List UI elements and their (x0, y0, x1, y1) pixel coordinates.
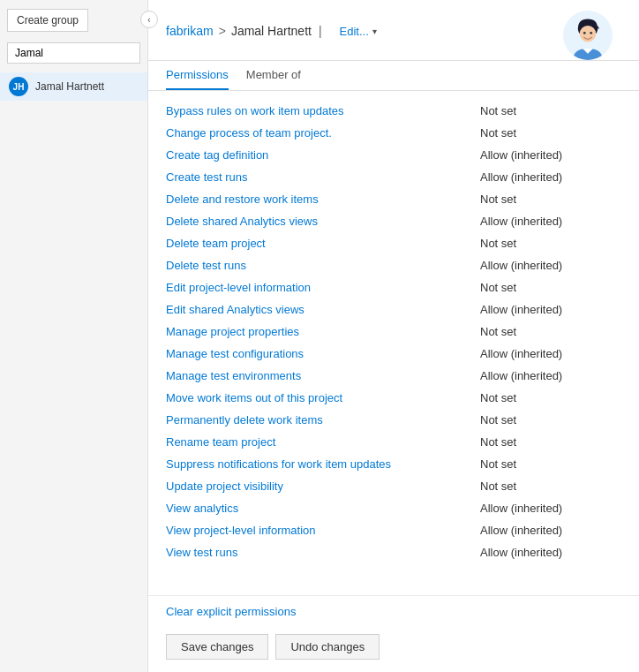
search-input[interactable] (7, 42, 140, 64)
permission-name[interactable]: Move work items out of this project (166, 391, 480, 404)
permission-name[interactable]: Manage project properties (166, 325, 480, 338)
permission-name[interactable]: View project-level information (166, 524, 480, 537)
permission-name[interactable]: Edit project-level information (166, 281, 480, 294)
footer: Clear explicit permissions Save changes … (148, 595, 639, 672)
breadcrumb-user: Jamal Hartnett (231, 24, 312, 38)
permissions-content: Bypass rules on work item updatesNot set… (148, 91, 639, 595)
tabs: Permissions Member of (148, 61, 639, 91)
permission-value: Not set (480, 104, 621, 117)
permission-value: Not set (480, 237, 621, 250)
permission-name[interactable]: Suppress notifications for work item upd… (166, 457, 480, 471)
permission-row: Suppress notifications for work item upd… (166, 453, 621, 475)
sidebar-item-jamal[interactable]: JH Jamal Hartnett (0, 72, 147, 101)
edit-dropdown-button[interactable]: Edit... ▾ (340, 25, 377, 38)
permission-value: Allow (inherited) (480, 369, 621, 382)
permission-name[interactable]: Rename team project (166, 435, 480, 449)
breadcrumb: fabrikam > Jamal Hartnett | Edit... ▾ (166, 24, 377, 47)
permission-value: Allow (inherited) (480, 303, 621, 316)
permission-row: View test runsAllow (inherited) (166, 541, 621, 563)
permission-row: Edit shared Analytics viewsAllow (inheri… (166, 298, 621, 321)
permission-value: Allow (inherited) (480, 524, 621, 537)
collapse-button[interactable]: ‹ (140, 11, 158, 28)
permission-value: Allow (inherited) (480, 347, 621, 360)
permission-row: Manage test environmentsAllow (inherited… (166, 365, 621, 387)
permission-name[interactable]: View test runs (166, 546, 480, 559)
chevron-down-icon: ▾ (372, 26, 377, 36)
permission-name[interactable]: Delete team project (166, 237, 480, 250)
permission-row: Manage test configurationsAllow (inherit… (166, 343, 621, 365)
permission-row: Bypass rules on work item updatesNot set (166, 100, 621, 122)
permission-value: Not set (480, 126, 621, 140)
save-changes-button[interactable]: Save changes (166, 634, 268, 660)
main-content: fabrikam > Jamal Hartnett | Edit... ▾ (148, 0, 639, 672)
breadcrumb-separator: > (219, 24, 226, 38)
tab-permissions[interactable]: Permissions (166, 61, 229, 90)
permission-value: Not set (480, 457, 621, 471)
footer-buttons: Save changes Undo changes (166, 634, 621, 660)
permission-name[interactable]: Update project visibility (166, 479, 480, 493)
permission-row: Rename team projectNot set (166, 431, 621, 453)
permission-name[interactable]: Delete and restore work items (166, 193, 480, 206)
avatar: JH (9, 77, 28, 96)
permission-row: Delete shared Analytics viewsAllow (inhe… (166, 210, 621, 232)
permission-value: Allow (inherited) (480, 259, 621, 272)
permission-row: Create test runsAllow (inherited) (166, 166, 621, 188)
sidebar: ‹ Create group JH Jamal Hartnett (0, 0, 148, 672)
permission-row: View analyticsAllow (inherited) (166, 497, 621, 519)
permission-row: View project-level informationAllow (inh… (166, 519, 621, 541)
permission-row: Move work items out of this projectNot s… (166, 387, 621, 409)
permission-value: Allow (inherited) (480, 502, 621, 515)
svg-point-4 (590, 32, 592, 34)
permission-name[interactable]: Change process of team project. (166, 126, 480, 140)
svg-point-3 (583, 32, 586, 34)
user-avatar-large (563, 11, 613, 60)
permission-name[interactable]: Create tag definition (166, 148, 480, 162)
permission-row: Change process of team project.Not set (166, 122, 621, 144)
permission-value: Not set (480, 391, 621, 404)
permission-name[interactable]: Create test runs (166, 170, 480, 184)
permission-row: Edit project-level informationNot set (166, 276, 621, 298)
edit-label: Edit... (340, 25, 369, 38)
permission-row: Manage project propertiesNot set (166, 321, 621, 343)
header: fabrikam > Jamal Hartnett | Edit... ▾ (148, 0, 639, 61)
permission-row: Update project visibilityNot set (166, 475, 621, 497)
permission-name[interactable]: Manage test environments (166, 369, 480, 382)
breadcrumb-pipe: | (319, 24, 322, 38)
permission-value: Not set (480, 325, 621, 338)
permission-value: Not set (480, 193, 621, 206)
tab-member-of[interactable]: Member of (246, 61, 301, 90)
permission-row: Delete and restore work itemsNot set (166, 188, 621, 210)
permission-row: Create tag definitionAllow (inherited) (166, 144, 621, 166)
permission-name[interactable]: Delete test runs (166, 259, 480, 272)
permission-value: Not set (480, 281, 621, 294)
permission-row: Delete test runsAllow (inherited) (166, 254, 621, 276)
permission-row: Permanently delete work itemsNot set (166, 409, 621, 431)
permission-value: Allow (inherited) (480, 170, 621, 184)
permission-name[interactable]: Delete shared Analytics views (166, 215, 480, 228)
permission-value: Allow (inherited) (480, 215, 621, 228)
permissions-list: Bypass rules on work item updatesNot set… (166, 100, 621, 563)
permission-value: Not set (480, 413, 621, 427)
permission-row: Delete team projectNot set (166, 232, 621, 254)
permission-value: Allow (inherited) (480, 546, 621, 559)
permission-name[interactable]: Permanently delete work items (166, 413, 480, 427)
create-group-button[interactable]: Create group (7, 9, 88, 32)
permission-name[interactable]: Manage test configurations (166, 347, 480, 360)
avatar-svg (565, 14, 611, 60)
permission-value: Not set (480, 479, 621, 493)
permission-value: Allow (inherited) (480, 148, 621, 162)
permission-value: Not set (480, 435, 621, 449)
permission-name[interactable]: Edit shared Analytics views (166, 303, 480, 316)
breadcrumb-org[interactable]: fabrikam (166, 24, 214, 38)
sidebar-item-label: Jamal Hartnett (35, 80, 104, 93)
permission-name[interactable]: View analytics (166, 502, 480, 515)
undo-changes-button[interactable]: Undo changes (275, 634, 380, 660)
permission-name[interactable]: Bypass rules on work item updates (166, 104, 480, 117)
clear-permissions-link[interactable]: Clear explicit permissions (166, 605, 296, 618)
